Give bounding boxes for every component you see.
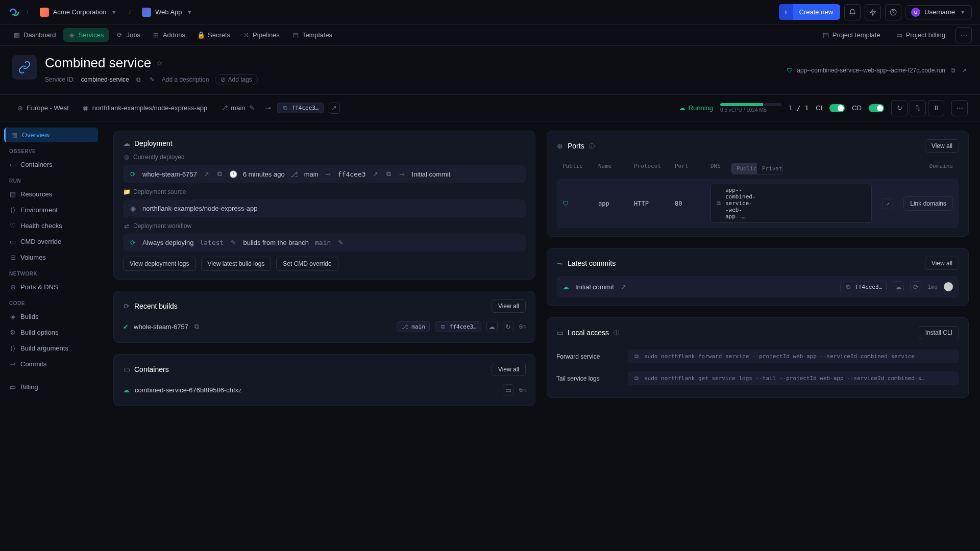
- link-domains-button[interactable]: Link domains: [903, 196, 953, 211]
- external-link-icon[interactable]: ↗: [961, 67, 968, 74]
- breadcrumb-sep: /: [129, 8, 131, 16]
- sidebar-builds[interactable]: ◈Builds: [4, 309, 98, 324]
- help-icon[interactable]: ⓘ: [589, 142, 596, 150]
- build-name[interactable]: whole-steam-6757: [134, 323, 188, 331]
- code-icon: ⟨⟩: [9, 344, 16, 352]
- scale-button[interactable]: ⇅: [910, 100, 926, 116]
- repo-chip[interactable]: ◉northflank-examples/node-express-app: [78, 102, 211, 114]
- copy-icon[interactable]: ⧉: [715, 200, 722, 207]
- sidebar-volumes[interactable]: ⊟Volumes: [4, 250, 98, 265]
- org-selector[interactable]: Acme Corporation ▾: [35, 6, 123, 19]
- sidebar-ports[interactable]: ⊕Ports & DNS: [4, 280, 98, 294]
- build-name[interactable]: whole-steam-6757: [142, 170, 197, 178]
- external-link-icon[interactable]: ↗: [203, 170, 210, 178]
- nav-services[interactable]: ◈Services: [63, 28, 109, 42]
- nav-templates[interactable]: ▤Templates: [287, 28, 337, 42]
- copy-icon[interactable]: ⧉: [949, 67, 957, 74]
- sidebar-containers[interactable]: ▭Containers: [4, 157, 98, 172]
- desc-placeholder[interactable]: Add a description: [162, 76, 209, 83]
- sidebar-billing[interactable]: ▭Billing: [4, 380, 98, 394]
- source-label: 📁Deployment source: [123, 188, 526, 195]
- container-name[interactable]: combined-service-676bf89586-chfxz: [135, 386, 242, 394]
- source-repo: northflank-examples/node-express-app: [142, 205, 257, 212]
- tag-icon: ⊘: [220, 76, 226, 83]
- view-deployment-logs-button[interactable]: View deployment logs: [123, 257, 196, 271]
- cloud-icon[interactable]: ☁: [893, 281, 904, 292]
- commit-hash[interactable]: ⧉ff4cee3…: [277, 103, 324, 113]
- more-button[interactable]: ⋯: [955, 27, 972, 43]
- branch-chip[interactable]: ⎇main✎: [216, 102, 259, 114]
- project-billing-button[interactable]: ▭Project billing: [891, 28, 950, 42]
- cd-label: CD: [852, 104, 862, 112]
- sidebar-overview[interactable]: ▦Overview: [4, 128, 98, 142]
- volumes-icon: ⊟: [9, 254, 16, 261]
- cloud-icon[interactable]: ☁: [486, 321, 498, 332]
- activity-button[interactable]: [865, 4, 881, 20]
- sidebar-resources[interactable]: ▤Resources: [4, 187, 98, 202]
- set-cmd-override-button[interactable]: Set CMD override: [276, 257, 338, 271]
- nav-secrets[interactable]: 🔒Secrets: [192, 28, 235, 42]
- edit-icon[interactable]: ✎: [249, 104, 256, 112]
- terminal-icon[interactable]: ▭: [503, 384, 514, 395]
- external-link-icon[interactable]: ↗: [620, 283, 627, 291]
- currently-deployed-label: ◎Currently deployed: [123, 154, 526, 161]
- install-cli-button[interactable]: Install CLI: [919, 326, 959, 339]
- copy-icon[interactable]: ⧉: [633, 353, 640, 360]
- nav-addons[interactable]: ⊞Addons: [148, 28, 190, 42]
- sidebar-buildargs[interactable]: ⟨⟩Build arguments: [4, 341, 98, 356]
- view-build-logs-button[interactable]: View latest build logs: [201, 257, 272, 271]
- nav-dashboard[interactable]: ▦Dashboard: [8, 28, 61, 42]
- project-template-button[interactable]: ▤Project template: [817, 28, 886, 42]
- source-row[interactable]: ◉ northflank-examples/node-express-app: [123, 199, 526, 217]
- nav-pipelines[interactable]: ⤭Pipelines: [237, 28, 285, 42]
- view-all-builds-button[interactable]: View all: [492, 299, 526, 313]
- view-all-commits-button[interactable]: View all: [925, 257, 959, 270]
- more-actions-button[interactable]: ⋯: [951, 100, 968, 116]
- resources-icon: ▤: [9, 190, 16, 198]
- sidebar-health[interactable]: ♡Health checks: [4, 218, 98, 233]
- view-all-ports-button[interactable]: View all: [925, 139, 959, 153]
- build-icon[interactable]: ⟳: [910, 281, 921, 292]
- copy-icon[interactable]: ⧉: [385, 170, 393, 178]
- copy-icon[interactable]: ⧉: [193, 322, 201, 331]
- pause-button[interactable]: ⏸: [928, 100, 944, 116]
- app-selector[interactable]: Web App ▾: [137, 6, 199, 19]
- restart-button[interactable]: ↻: [891, 100, 908, 116]
- copy-icon[interactable]: ⧉: [633, 375, 640, 382]
- sidebar-cmd[interactable]: ▭CMD override: [4, 234, 98, 249]
- star-icon[interactable]: ☆: [156, 59, 163, 67]
- edit-icon[interactable]: ✎: [149, 76, 156, 83]
- org-name: Acme Corporation: [53, 8, 107, 16]
- rebuild-icon[interactable]: ↻: [503, 321, 514, 332]
- edit-icon[interactable]: ✎: [337, 239, 344, 246]
- external-link-icon[interactable]: ↗: [372, 170, 379, 178]
- resource-bar: [720, 103, 781, 106]
- view-all-containers-button[interactable]: View all: [492, 363, 526, 376]
- cd-toggle[interactable]: [869, 104, 884, 112]
- external-link-icon[interactable]: ↗: [882, 198, 893, 209]
- help-icon[interactable]: ⓘ: [613, 329, 620, 337]
- sidebar-buildopts[interactable]: ⚙Build options: [4, 325, 98, 340]
- external-link-icon[interactable]: ↗: [329, 103, 340, 114]
- hash-chip[interactable]: ⧉ff4cee3…: [435, 321, 481, 332]
- workflow-row: ⟳ Always deploying latest ✎ builds from …: [123, 234, 526, 252]
- sidebar-environment[interactable]: ⟨⟩Environment: [4, 203, 98, 217]
- notifications-button[interactable]: [844, 4, 861, 20]
- help-button[interactable]: [885, 4, 901, 20]
- logo[interactable]: [8, 6, 20, 18]
- build-time: 6m: [519, 323, 526, 330]
- sidebar-commits[interactable]: ⊸Commits: [4, 357, 98, 371]
- user-menu[interactable]: U Username ▾: [905, 5, 972, 19]
- commit-msg[interactable]: Initial commit: [575, 283, 614, 291]
- dns-toggle[interactable]: PublicPrivate: [731, 163, 783, 174]
- health-icon: ♡: [9, 222, 16, 230]
- create-new-button[interactable]: + Create new: [779, 4, 840, 20]
- edit-icon[interactable]: ✎: [230, 239, 237, 246]
- add-tags-button[interactable]: ⊘Add tags: [215, 74, 257, 85]
- copy-icon[interactable]: ⧉: [216, 170, 224, 178]
- commit-hash[interactable]: ⧉ff4cee3…: [840, 282, 887, 292]
- ci-toggle[interactable]: [829, 104, 845, 112]
- copy-icon[interactable]: ⧉: [135, 76, 142, 83]
- nav-jobs[interactable]: ⟳Jobs: [111, 28, 145, 42]
- branch-icon: ⎇: [220, 104, 228, 112]
